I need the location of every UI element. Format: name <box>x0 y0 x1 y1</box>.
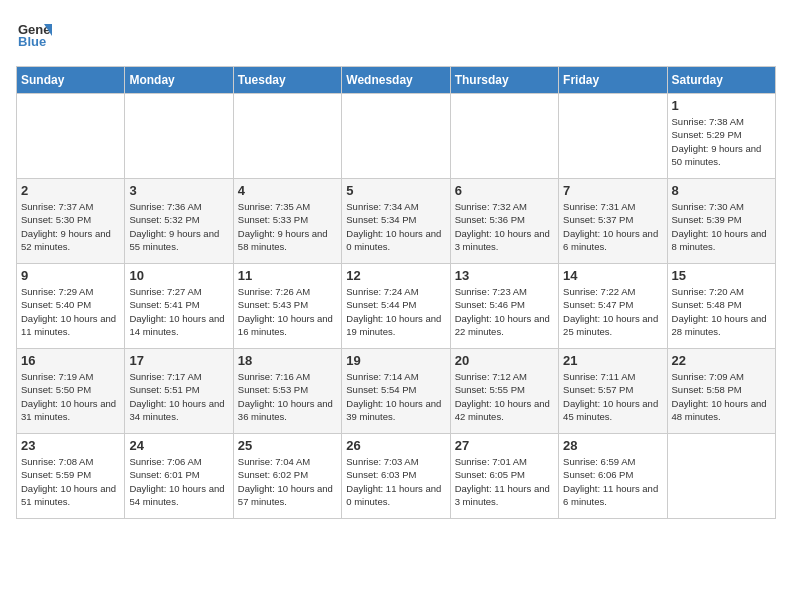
day-number: 26 <box>346 438 445 453</box>
calendar-cell: 5Sunrise: 7:34 AM Sunset: 5:34 PM Daylig… <box>342 179 450 264</box>
calendar-week-1: 1Sunrise: 7:38 AM Sunset: 5:29 PM Daylig… <box>17 94 776 179</box>
calendar-cell <box>450 94 558 179</box>
calendar-week-3: 9Sunrise: 7:29 AM Sunset: 5:40 PM Daylig… <box>17 264 776 349</box>
calendar-cell: 3Sunrise: 7:36 AM Sunset: 5:32 PM Daylig… <box>125 179 233 264</box>
calendar-cell <box>667 434 775 519</box>
weekday-header-monday: Monday <box>125 67 233 94</box>
day-number: 16 <box>21 353 120 368</box>
day-number: 9 <box>21 268 120 283</box>
day-number: 10 <box>129 268 228 283</box>
cell-info: Sunrise: 7:34 AM Sunset: 5:34 PM Dayligh… <box>346 200 445 253</box>
cell-info: Sunrise: 7:29 AM Sunset: 5:40 PM Dayligh… <box>21 285 120 338</box>
calendar-cell: 15Sunrise: 7:20 AM Sunset: 5:48 PM Dayli… <box>667 264 775 349</box>
cell-info: Sunrise: 7:03 AM Sunset: 6:03 PM Dayligh… <box>346 455 445 508</box>
calendar-cell: 8Sunrise: 7:30 AM Sunset: 5:39 PM Daylig… <box>667 179 775 264</box>
cell-info: Sunrise: 7:11 AM Sunset: 5:57 PM Dayligh… <box>563 370 662 423</box>
cell-info: Sunrise: 7:12 AM Sunset: 5:55 PM Dayligh… <box>455 370 554 423</box>
day-number: 20 <box>455 353 554 368</box>
weekday-header-row: SundayMondayTuesdayWednesdayThursdayFrid… <box>17 67 776 94</box>
cell-info: Sunrise: 7:14 AM Sunset: 5:54 PM Dayligh… <box>346 370 445 423</box>
calendar-cell: 25Sunrise: 7:04 AM Sunset: 6:02 PM Dayli… <box>233 434 341 519</box>
calendar-cell: 9Sunrise: 7:29 AM Sunset: 5:40 PM Daylig… <box>17 264 125 349</box>
day-number: 2 <box>21 183 120 198</box>
weekday-header-tuesday: Tuesday <box>233 67 341 94</box>
calendar-cell: 23Sunrise: 7:08 AM Sunset: 5:59 PM Dayli… <box>17 434 125 519</box>
calendar-cell: 22Sunrise: 7:09 AM Sunset: 5:58 PM Dayli… <box>667 349 775 434</box>
cell-info: Sunrise: 7:23 AM Sunset: 5:46 PM Dayligh… <box>455 285 554 338</box>
calendar-cell <box>559 94 667 179</box>
day-number: 25 <box>238 438 337 453</box>
cell-info: Sunrise: 6:59 AM Sunset: 6:06 PM Dayligh… <box>563 455 662 508</box>
cell-info: Sunrise: 7:06 AM Sunset: 6:01 PM Dayligh… <box>129 455 228 508</box>
cell-info: Sunrise: 7:04 AM Sunset: 6:02 PM Dayligh… <box>238 455 337 508</box>
day-number: 18 <box>238 353 337 368</box>
calendar-table: SundayMondayTuesdayWednesdayThursdayFrid… <box>16 66 776 519</box>
weekday-header-wednesday: Wednesday <box>342 67 450 94</box>
calendar-cell: 11Sunrise: 7:26 AM Sunset: 5:43 PM Dayli… <box>233 264 341 349</box>
day-number: 3 <box>129 183 228 198</box>
day-number: 22 <box>672 353 771 368</box>
cell-info: Sunrise: 7:24 AM Sunset: 5:44 PM Dayligh… <box>346 285 445 338</box>
calendar-cell: 24Sunrise: 7:06 AM Sunset: 6:01 PM Dayli… <box>125 434 233 519</box>
day-number: 17 <box>129 353 228 368</box>
calendar-cell: 27Sunrise: 7:01 AM Sunset: 6:05 PM Dayli… <box>450 434 558 519</box>
logo: General Blue <box>16 16 52 56</box>
cell-info: Sunrise: 7:35 AM Sunset: 5:33 PM Dayligh… <box>238 200 337 253</box>
cell-info: Sunrise: 7:20 AM Sunset: 5:48 PM Dayligh… <box>672 285 771 338</box>
cell-info: Sunrise: 7:37 AM Sunset: 5:30 PM Dayligh… <box>21 200 120 253</box>
day-number: 12 <box>346 268 445 283</box>
calendar-cell: 10Sunrise: 7:27 AM Sunset: 5:41 PM Dayli… <box>125 264 233 349</box>
calendar-cell: 2Sunrise: 7:37 AM Sunset: 5:30 PM Daylig… <box>17 179 125 264</box>
calendar-cell: 18Sunrise: 7:16 AM Sunset: 5:53 PM Dayli… <box>233 349 341 434</box>
cell-info: Sunrise: 7:31 AM Sunset: 5:37 PM Dayligh… <box>563 200 662 253</box>
weekday-header-saturday: Saturday <box>667 67 775 94</box>
calendar-cell: 7Sunrise: 7:31 AM Sunset: 5:37 PM Daylig… <box>559 179 667 264</box>
cell-info: Sunrise: 7:38 AM Sunset: 5:29 PM Dayligh… <box>672 115 771 168</box>
day-number: 27 <box>455 438 554 453</box>
calendar-week-4: 16Sunrise: 7:19 AM Sunset: 5:50 PM Dayli… <box>17 349 776 434</box>
calendar-cell: 21Sunrise: 7:11 AM Sunset: 5:57 PM Dayli… <box>559 349 667 434</box>
day-number: 24 <box>129 438 228 453</box>
calendar-cell: 6Sunrise: 7:32 AM Sunset: 5:36 PM Daylig… <box>450 179 558 264</box>
day-number: 1 <box>672 98 771 113</box>
calendar-cell: 13Sunrise: 7:23 AM Sunset: 5:46 PM Dayli… <box>450 264 558 349</box>
cell-info: Sunrise: 7:30 AM Sunset: 5:39 PM Dayligh… <box>672 200 771 253</box>
cell-info: Sunrise: 7:22 AM Sunset: 5:47 PM Dayligh… <box>563 285 662 338</box>
calendar-cell: 19Sunrise: 7:14 AM Sunset: 5:54 PM Dayli… <box>342 349 450 434</box>
calendar-cell <box>125 94 233 179</box>
day-number: 4 <box>238 183 337 198</box>
svg-text:Blue: Blue <box>18 34 46 49</box>
day-number: 5 <box>346 183 445 198</box>
calendar-cell: 14Sunrise: 7:22 AM Sunset: 5:47 PM Dayli… <box>559 264 667 349</box>
day-number: 15 <box>672 268 771 283</box>
weekday-header-thursday: Thursday <box>450 67 558 94</box>
calendar-week-5: 23Sunrise: 7:08 AM Sunset: 5:59 PM Dayli… <box>17 434 776 519</box>
cell-info: Sunrise: 7:08 AM Sunset: 5:59 PM Dayligh… <box>21 455 120 508</box>
calendar-cell <box>17 94 125 179</box>
calendar-cell <box>233 94 341 179</box>
day-number: 19 <box>346 353 445 368</box>
cell-info: Sunrise: 7:19 AM Sunset: 5:50 PM Dayligh… <box>21 370 120 423</box>
day-number: 21 <box>563 353 662 368</box>
calendar-cell: 1Sunrise: 7:38 AM Sunset: 5:29 PM Daylig… <box>667 94 775 179</box>
day-number: 28 <box>563 438 662 453</box>
calendar-cell: 28Sunrise: 6:59 AM Sunset: 6:06 PM Dayli… <box>559 434 667 519</box>
calendar-cell: 17Sunrise: 7:17 AM Sunset: 5:51 PM Dayli… <box>125 349 233 434</box>
calendar-cell: 4Sunrise: 7:35 AM Sunset: 5:33 PM Daylig… <box>233 179 341 264</box>
cell-info: Sunrise: 7:17 AM Sunset: 5:51 PM Dayligh… <box>129 370 228 423</box>
cell-info: Sunrise: 7:26 AM Sunset: 5:43 PM Dayligh… <box>238 285 337 338</box>
day-number: 7 <box>563 183 662 198</box>
logo-icon: General Blue <box>16 16 52 56</box>
calendar-cell: 16Sunrise: 7:19 AM Sunset: 5:50 PM Dayli… <box>17 349 125 434</box>
cell-info: Sunrise: 7:09 AM Sunset: 5:58 PM Dayligh… <box>672 370 771 423</box>
cell-info: Sunrise: 7:36 AM Sunset: 5:32 PM Dayligh… <box>129 200 228 253</box>
day-number: 8 <box>672 183 771 198</box>
day-number: 14 <box>563 268 662 283</box>
calendar-cell: 26Sunrise: 7:03 AM Sunset: 6:03 PM Dayli… <box>342 434 450 519</box>
cell-info: Sunrise: 7:16 AM Sunset: 5:53 PM Dayligh… <box>238 370 337 423</box>
cell-info: Sunrise: 7:27 AM Sunset: 5:41 PM Dayligh… <box>129 285 228 338</box>
cell-info: Sunrise: 7:32 AM Sunset: 5:36 PM Dayligh… <box>455 200 554 253</box>
weekday-header-sunday: Sunday <box>17 67 125 94</box>
calendar-cell: 20Sunrise: 7:12 AM Sunset: 5:55 PM Dayli… <box>450 349 558 434</box>
weekday-header-friday: Friday <box>559 67 667 94</box>
